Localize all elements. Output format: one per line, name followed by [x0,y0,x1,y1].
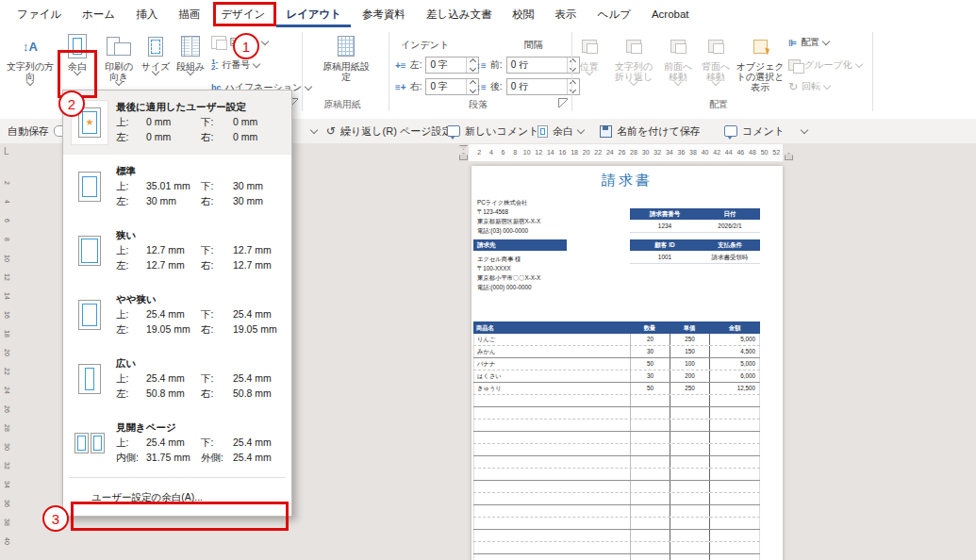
menu-tab-表示[interactable]: 表示 [546,2,587,27]
columns-button[interactable]: 段組み [174,32,207,74]
spacing-before-input[interactable]: 0 行 [506,57,580,74]
wrap-text-button: 文字列の折り返し [609,32,658,85]
bring-forward-icon [670,34,686,58]
margins-preset-4[interactable]: 広い上:25.4 mm下:25.4 mm左:50.8 mm右:50.8 mm [63,347,291,411]
save-as-button[interactable]: 名前を付けて保存 [600,124,701,139]
spacing-before-icon: ↕≡ [476,60,487,71]
items-cell: 5,000 [709,334,760,345]
line-numbers-button[interactable]: 1-2- 行番号 [211,58,259,72]
hruler-tick: 30 [639,144,652,161]
repeat-label: 繰り返し(R) ページ設定 [340,124,452,139]
table-row: みかん301504,500 [473,346,760,358]
text-direction-button[interactable]: ↕A 文字列の方向 [4,32,57,85]
vertical-ruler[interactable]: 246810121416182022242628303234363840 [0,166,15,560]
margins-preset-5[interactable]: 見開きページ上:25.4 mm下:25.4 mm内側:31.75 mm外側:25… [63,411,291,475]
repeat-page-setup-button[interactable]: ↻ 繰り返し(R) ページ設定 [326,124,452,139]
table-row: きゅうり5025012,500 [473,383,760,395]
rotate-label: 回転 [802,80,820,93]
genko-settings-button[interactable]: 原稿用紙設定 [309,32,383,82]
spacing-after-input[interactable]: 0 行 [506,78,580,95]
vruler-tick: 6 [0,213,15,228]
document-page[interactable]: 請求書 PCライク株式会社〒123-4568東京都新宿区新宿X-X-X電話:(0… [471,166,783,560]
margins-preset-1[interactable]: 標準上:35.01 mm下:30 mm左:30 mm右:30 mm [63,155,291,219]
margins-preset-values: 上:25.4 mm下:25.4 mm [116,306,288,321]
menu-tab-差し込み文書[interactable]: 差し込み文書 [417,2,502,27]
orientation-button[interactable]: 印刷の向き [100,32,138,85]
menu-tab-レイアウト[interactable]: レイアウト [276,2,351,27]
margins-preset-0[interactable]: ★最後に適用したユーザー設定上:0 mm下:0 mm左:0 mm右:0 mm [63,91,291,155]
horizontal-ruler[interactable]: 2468101214161820222426283032343638404244… [469,144,783,161]
align-button[interactable]: ⊫ 配置 [788,36,829,49]
menu-tab-校閲[interactable]: 校閲 [504,2,544,27]
group-label: グループ化 [804,58,852,72]
qat-overflow-chevron[interactable] [802,130,807,133]
menu-tab-ホーム[interactable]: ホーム [73,2,124,27]
items-cell [473,554,630,560]
left-indent-marker[interactable] [459,153,468,160]
table-row [473,530,760,542]
margins-preset-3[interactable]: やや狭い上:25.4 mm下:25.4 mm左:19.05 mm右:19.05 … [63,283,291,347]
annotation-box-custom-margins [71,502,289,531]
hruler-tick: 10 [521,144,533,161]
items-cell [630,395,670,406]
items-cell [709,505,760,517]
orientation-icon [107,34,131,58]
vruler-tick: 12 [0,270,15,285]
menu-tab-ヘルプ[interactable]: ヘルプ [588,2,640,27]
margins-preset-icon [71,228,108,273]
margins-preset-2[interactable]: 狭い上:12.7 mm下:12.7 mm左:12.7 mm右:12.7 mm [63,219,291,283]
meta-header-cell: 顧客 ID [630,239,700,251]
line-numbers-label: 行番号 [222,58,250,72]
menu-tab-ファイル[interactable]: ファイル [8,2,71,27]
items-cell [670,542,709,553]
right-indent-marker[interactable] [785,153,793,160]
table-row [473,469,760,481]
tab-stop-selector[interactable]: L [4,146,9,156]
indent-right-input[interactable]: 0 字 [425,78,479,95]
menu-tab-描画[interactable]: 描画 [169,2,209,27]
items-cell: りんご [473,334,630,345]
items-cell [630,456,670,468]
menu-tab-挿入[interactable]: 挿入 [126,2,167,27]
first-line-indent-marker[interactable] [459,145,468,150]
hruler-tick: 24 [604,144,617,161]
items-cell: 20 [630,334,670,345]
size-button[interactable]: サイズ [140,32,172,74]
margins-icon [538,125,548,138]
menu-tab-Acrobat[interactable]: Acrobat [642,3,699,25]
items-cell [670,420,709,431]
items-cell: 4,500 [709,346,760,357]
items-cell [630,481,670,492]
selection-pane-button[interactable]: オブジェクトの選択と表示 [736,32,785,92]
hruler-tick: 52 [770,144,783,161]
items-cell [670,505,709,517]
comment-icon [724,125,737,137]
paragraph-dialog-launcher[interactable] [558,98,568,107]
items-cell [709,420,760,431]
customer-meta-table: 顧客 ID支払条件1001請求書受領時 [630,239,760,264]
vruler-tick: 22 [0,364,15,379]
comment-button[interactable]: コメント [724,124,785,139]
items-cell: 6,000 [709,371,760,382]
hruler-tick: 8 [509,144,521,161]
table-row [473,481,760,493]
undo-split-chevron[interactable] [311,130,317,133]
vruler-tick: 28 [0,420,15,436]
margins-dropdown-menu: ★最後に適用したユーザー設定上:0 mm下:0 mm左:0 mm右:0 mm標準… [62,90,292,517]
items-cell [473,469,630,480]
qat-margins-button[interactable]: 余白 [538,124,584,139]
menu-tab-参考資料[interactable]: 参考資料 [353,2,415,27]
items-cell [670,444,709,455]
items-cell [473,407,630,419]
items-cell [473,444,630,455]
new-comment-button[interactable]: 新しいコメント [447,124,539,139]
indent-left-icon: +≡ [395,60,406,71]
items-cell [630,432,670,443]
chevron-down-icon [261,37,269,44]
wrap-text-icon [626,34,641,58]
invoice-meta-table: 請求書番号日付12342026/2/1 [630,208,760,233]
indent-left-input[interactable]: 0 字 [425,57,479,74]
position-button: 位置 [573,32,605,74]
hruler-tick: 16 [556,144,569,161]
save-as-label: 名前を付けて保存 [617,124,701,139]
